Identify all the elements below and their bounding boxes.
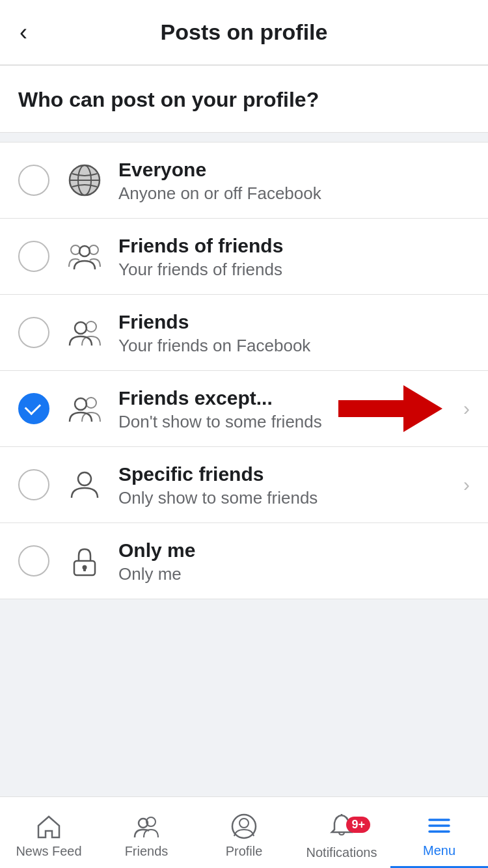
radio-only-me[interactable]: [18, 545, 49, 576]
radio-friends-except[interactable]: [18, 393, 49, 424]
option-only-me[interactable]: Only me Only me: [0, 523, 488, 599]
option-title-everyone: Everyone: [118, 157, 470, 182]
option-subtitle-only-me: Only me: [118, 564, 470, 584]
nav-item-notifications[interactable]: 9+ Notifications: [293, 797, 390, 868]
option-text-everyone: Everyone Anyone on or off Facebook: [118, 157, 470, 204]
option-subtitle-fof: Your friends of friends: [118, 260, 470, 280]
options-list: Everyone Anyone on or off Facebook: [0, 142, 488, 599]
radio-specific-friends[interactable]: [18, 469, 49, 500]
svg-point-8: [86, 398, 96, 408]
option-friends-except[interactable]: Friends except... Don't show to some fri…: [0, 371, 488, 447]
nav-label-profile: Profile: [226, 844, 263, 859]
option-subtitle-friends-except: Don't show to some friends: [118, 412, 457, 432]
option-friends[interactable]: Friends Your friends on Facebook: [0, 295, 488, 371]
nav-item-profile[interactable]: Profile: [195, 797, 293, 868]
nav-item-friends[interactable]: Friends: [98, 797, 195, 868]
svg-point-17: [239, 819, 249, 828]
section-heading-container: Who can post on your profile?: [0, 65, 488, 133]
svg-point-9: [75, 398, 87, 410]
svg-point-3: [71, 245, 80, 254]
nav-label-news-feed: News Feed: [16, 844, 81, 859]
option-text-friends-except: Friends except... Don't show to some fri…: [118, 385, 457, 432]
page-header: ‹ Posts on profile: [0, 0, 488, 65]
specific-friends-icon: [64, 464, 105, 506]
empty-space: [0, 599, 488, 814]
profile-nav-icon: [230, 813, 258, 840]
option-title-fof: Friends of friends: [118, 233, 470, 258]
svg-point-4: [89, 245, 98, 254]
option-subtitle-friends: Your friends on Facebook: [118, 336, 470, 356]
option-title-friends: Friends: [118, 309, 470, 334]
friends-nav-icon: [133, 813, 160, 840]
option-friends-of-friends[interactable]: Friends of friends Your friends of frien…: [0, 219, 488, 295]
option-text-friends: Friends Your friends on Facebook: [118, 309, 470, 356]
friends-except-icon: [64, 388, 105, 429]
option-text-only-me: Only me Only me: [118, 537, 470, 584]
nav-label-menu: Menu: [423, 843, 455, 858]
friends-icon: [64, 312, 105, 353]
home-icon: [35, 813, 62, 840]
chevron-friends-except: ›: [463, 398, 470, 420]
radio-friends[interactable]: [18, 317, 49, 348]
svg-point-6: [86, 321, 96, 332]
option-subtitle-everyone: Anyone on or off Facebook: [118, 183, 470, 204]
nav-item-menu[interactable]: Menu: [390, 797, 488, 868]
option-everyone[interactable]: Everyone Anyone on or off Facebook: [0, 142, 488, 219]
option-title-only-me: Only me: [118, 537, 470, 563]
section-heading-text: Who can post on your profile?: [18, 88, 319, 111]
nav-item-news-feed[interactable]: News Feed: [0, 797, 98, 868]
option-text-fof: Friends of friends Your friends of frien…: [118, 233, 470, 280]
globe-icon: [64, 159, 105, 201]
option-text-specific-friends: Specific friends Only show to some frien…: [118, 461, 457, 508]
svg-point-10: [78, 472, 91, 485]
back-button[interactable]: ‹: [20, 19, 27, 46]
option-title-friends-except: Friends except...: [118, 385, 457, 411]
bottom-nav: News Feed Friends Profile: [0, 796, 488, 868]
svg-rect-13: [83, 567, 86, 571]
nav-label-notifications: Notifications: [306, 845, 377, 860]
friends-of-friends-icon: [64, 236, 105, 277]
nav-label-friends: Friends: [125, 844, 169, 859]
radio-everyone[interactable]: [18, 165, 49, 196]
notification-badge: 9+: [346, 817, 370, 833]
page-title: Posts on profile: [161, 20, 328, 45]
option-specific-friends[interactable]: Specific friends Only show to some frien…: [0, 447, 488, 523]
chevron-specific-friends: ›: [463, 474, 470, 496]
option-title-specific-friends: Specific friends: [118, 461, 457, 487]
lock-icon: [64, 540, 105, 582]
option-subtitle-specific-friends: Only show to some friends: [118, 488, 457, 508]
svg-point-7: [75, 322, 87, 334]
menu-icon: [426, 812, 453, 839]
radio-friends-of-friends[interactable]: [18, 241, 49, 272]
svg-point-5: [79, 246, 90, 256]
